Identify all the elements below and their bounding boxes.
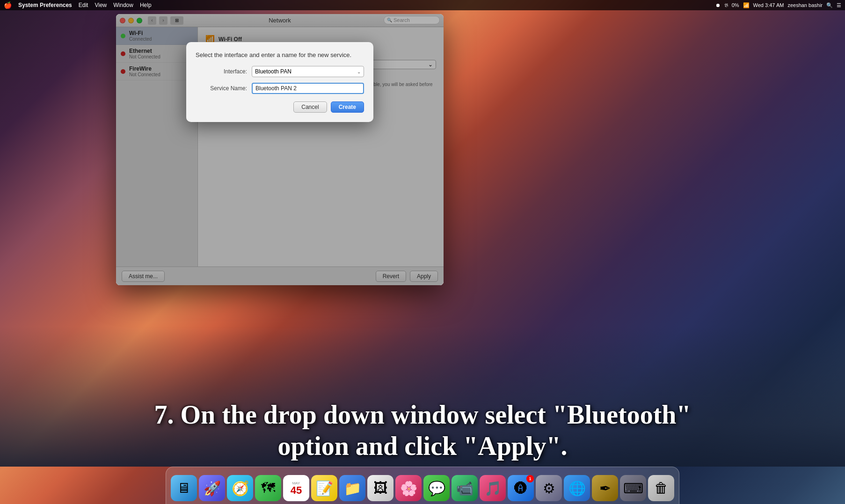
interface-row: Interface: Bluetooth PAN ⌄ <box>196 66 364 77</box>
dock-icon-launchpad[interactable]: 🚀 <box>199 475 225 501</box>
battery-status: 0% <box>732 2 739 8</box>
dock: 🖥 🚀 🧭 🗺 MAY 45 📝 📁 🖼 🌸 💬 📹 🎵 🅐 1 ⚙ 🌐 ✒ ⌨… <box>166 467 679 504</box>
dock-icon-photos-app[interactable]: 🖼 <box>367 475 393 501</box>
username: zeeshan bashir <box>787 2 823 8</box>
create-button[interactable]: Create <box>331 101 364 113</box>
screen-record-icon: ⏺ <box>715 2 721 8</box>
apple-menu[interactable]: 🍎 <box>4 1 12 9</box>
app-name[interactable]: System Preferences <box>18 2 72 8</box>
interface-label: Interface: <box>196 68 247 75</box>
network-window: ‹ › ⊞ Network 🔍 Search Wi-Fi Connected <box>116 14 444 285</box>
caption-line1: 7. On the drop down window select "Bluet… <box>19 399 826 431</box>
dock-icon-trash[interactable]: 🗑 <box>648 475 674 501</box>
clock: Wed 3:47 AM <box>753 2 784 8</box>
dock-icon-pen[interactable]: ✒ <box>592 475 618 501</box>
menu-bar-left: 🍎 System Preferences Edit View Window He… <box>4 1 152 9</box>
cancel-button[interactable]: Cancel <box>293 101 327 113</box>
dock-icon-messages[interactable]: 💬 <box>423 475 450 501</box>
caption: 7. On the drop down window select "Bluet… <box>0 399 845 462</box>
menu-view[interactable]: View <box>95 2 107 8</box>
dock-icon-files[interactable]: 📁 <box>339 475 365 501</box>
dock-icon-system-prefs[interactable]: ⚙ <box>536 475 562 501</box>
dock-icon-music[interactable]: 🎵 <box>480 475 506 501</box>
dock-icon-browser2[interactable]: 🌐 <box>564 475 590 501</box>
service-name-input[interactable] <box>252 83 364 94</box>
appstore-badge: 1 <box>526 475 534 482</box>
dock-icon-finder[interactable]: 🖥 <box>171 475 197 501</box>
new-service-dialog: Select the interface and enter a name fo… <box>186 42 373 122</box>
interface-value: Bluetooth PAN <box>255 68 291 75</box>
bluetooth-icon: 𝔅 <box>724 2 728 8</box>
dialog-buttons: Cancel Create <box>196 101 364 113</box>
dock-icon-maps[interactable]: 🗺 <box>255 475 281 501</box>
menu-bar-right: ⏺ 𝔅 0% 📶 Wed 3:47 AM zeeshan bashir 🔍 ☰ <box>715 2 841 8</box>
menu-window[interactable]: Window <box>113 2 133 8</box>
dock-icon-notes[interactable]: 📝 <box>311 475 337 501</box>
menu-help[interactable]: Help <box>140 2 152 8</box>
menu-bar: 🍎 System Preferences Edit View Window He… <box>0 0 845 10</box>
wifi-icon: 📶 <box>743 2 750 8</box>
dock-icon-calendar[interactable]: MAY 45 <box>283 475 309 501</box>
service-name-row: Service Name: <box>196 83 364 94</box>
dock-icon-appstore[interactable]: 🅐 1 <box>508 475 534 501</box>
service-name-label: Service Name: <box>196 85 247 92</box>
menu-edit[interactable]: Edit <box>79 2 88 8</box>
dock-icon-facetime[interactable]: 📹 <box>452 475 478 501</box>
search-icon[interactable]: 🔍 <box>826 2 833 8</box>
dialog-title: Select the interface and enter a name fo… <box>196 51 364 58</box>
dock-icon-photos[interactable]: 🌸 <box>395 475 422 501</box>
interface-select-arrow-icon: ⌄ <box>357 69 361 74</box>
caption-line2: option and click "Apply". <box>19 431 826 462</box>
dock-icon-safari[interactable]: 🧭 <box>227 475 253 501</box>
dock-icon-keyboard[interactable]: ⌨ <box>620 475 646 501</box>
list-icon[interactable]: ☰ <box>837 2 841 8</box>
dialog-overlay: Select the interface and enter a name fo… <box>116 14 444 285</box>
interface-select[interactable]: Bluetooth PAN ⌄ <box>252 66 364 77</box>
